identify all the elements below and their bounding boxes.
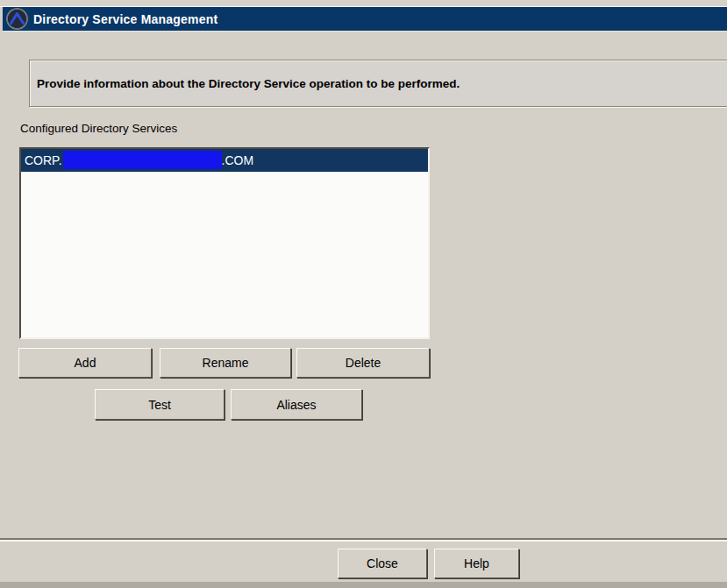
window-titlebar[interactable]: Directory Service Management bbox=[3, 7, 727, 32]
close-button[interactable]: Close bbox=[338, 549, 427, 578]
background-window-edge bbox=[0, 0, 727, 7]
instruction-text: Provide information about the Directory … bbox=[30, 77, 460, 90]
footer-separator bbox=[0, 538, 727, 542]
delete-button[interactable]: Delete bbox=[296, 348, 430, 378]
redacted-text-overlay bbox=[63, 151, 222, 169]
directory-services-listbox[interactable]: CORP..COM bbox=[19, 147, 430, 339]
app-logo-icon bbox=[6, 8, 28, 30]
configured-services-label: Configured Directory Services bbox=[20, 122, 177, 135]
list-item-text-suffix: .COM bbox=[222, 153, 254, 167]
rename-button[interactable]: Rename bbox=[160, 348, 291, 378]
instruction-panel: Provide information about the Directory … bbox=[29, 60, 727, 107]
window-title: Directory Service Management bbox=[33, 12, 217, 26]
list-item[interactable]: CORP..COM bbox=[21, 149, 428, 172]
list-item-text-prefix: CORP. bbox=[25, 153, 62, 167]
desktop-background-edge bbox=[0, 582, 727, 588]
add-button[interactable]: Add bbox=[18, 348, 152, 378]
aliases-button[interactable]: Aliases bbox=[231, 389, 362, 420]
help-button[interactable]: Help bbox=[434, 549, 519, 578]
test-button[interactable]: Test bbox=[95, 389, 225, 420]
